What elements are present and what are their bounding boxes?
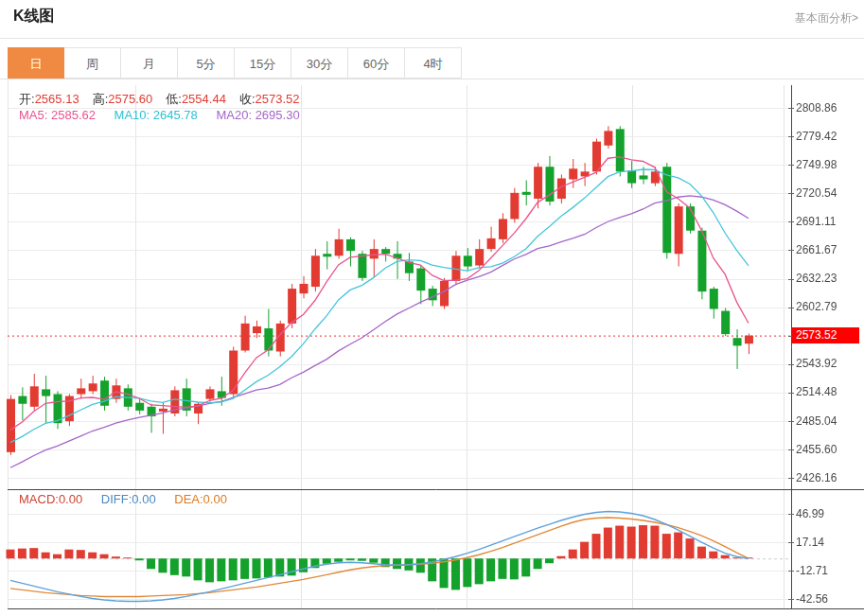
- macd-tick-label: -42.56: [796, 593, 828, 606]
- tab-5分[interactable]: 5分: [178, 47, 235, 79]
- low-label: 低:: [166, 92, 182, 106]
- page-title: K线图: [13, 7, 55, 26]
- tab-4时[interactable]: 4时: [405, 47, 462, 79]
- price-tick-label: 2749.98: [796, 159, 837, 171]
- tab-月[interactable]: 月: [121, 47, 178, 79]
- interval-tabbar: 日周月5分15分30分60分4时: [8, 47, 462, 79]
- macd-tick-label: 46.99: [796, 508, 824, 520]
- tab-30分[interactable]: 30分: [291, 47, 348, 79]
- price-tick-label: 2632.23: [796, 273, 837, 285]
- high-value: 2575.60: [108, 92, 152, 106]
- price-tick-label: 2720.54: [796, 187, 837, 200]
- price-tick-label: 2808.86: [796, 102, 837, 114]
- price-tick-label: 2426.16: [796, 472, 837, 484]
- macd-readout: MACD:0.00 DIFF:0.00 DEA:0.00: [19, 492, 227, 506]
- fundamental-analysis-link[interactable]: 基本面分析>: [795, 10, 858, 26]
- price-tick-label: 2485.04: [796, 415, 837, 428]
- ohlc-readout: 开:2565.13高:2575.60低:2554.44收:2573.52: [19, 91, 313, 108]
- open-value: 2565.13: [35, 92, 79, 106]
- last-price-flag: 2573.52: [792, 327, 859, 343]
- macd-tick-label: 17.14: [796, 537, 824, 549]
- macd-value: MACD:0.00: [19, 492, 82, 506]
- close-value: 2573.52: [256, 92, 300, 106]
- close-label: 收:: [239, 92, 256, 106]
- low-value: 2554.44: [182, 92, 226, 106]
- price-tick-label: 2602.79: [796, 301, 837, 313]
- tab-60分[interactable]: 60分: [348, 47, 405, 79]
- price-tick-label: 2779.42: [796, 131, 837, 143]
- macd-tick-label: -12.71: [796, 565, 828, 577]
- price-tick-label: 2691.11: [796, 216, 837, 228]
- kline-widget: K线图 基本面分析> 日周月5分15分30分60分4时 开:2565.13高:2…: [0, 0, 864, 616]
- ma20-readout: MA20: 2695.30: [216, 108, 299, 122]
- price-tick-label: 2514.48: [796, 386, 837, 398]
- price-tick-label: 2661.67: [796, 244, 837, 256]
- ma5-readout: MA5: 2585.62: [19, 108, 96, 122]
- diff-value: DIFF:0.00: [101, 492, 156, 506]
- open-label: 开:: [19, 92, 35, 106]
- tab-日[interactable]: 日: [8, 47, 64, 79]
- price-tick-label: 2455.60: [796, 444, 837, 456]
- high-label: 高:: [93, 92, 109, 106]
- tab-周[interactable]: 周: [64, 47, 121, 79]
- ma10-readout: MA10: 2645.78: [115, 108, 198, 122]
- tabbar-underline: [0, 79, 864, 79]
- tab-15分[interactable]: 15分: [235, 47, 291, 79]
- dea-value: DEA:0.00: [174, 492, 227, 506]
- price-tick-label: 2543.92: [796, 358, 837, 370]
- header-divider: [0, 38, 864, 39]
- ma-readout: MA5: 2585.62 MA10: 2645.78 MA20: 2695.30: [19, 108, 300, 122]
